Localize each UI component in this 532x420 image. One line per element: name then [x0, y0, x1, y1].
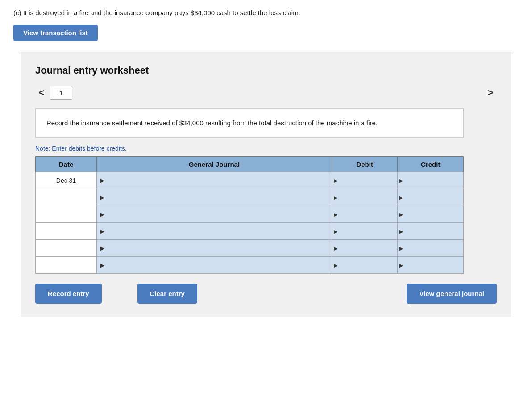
date-cell-4 [36, 223, 97, 240]
header-date: Date [36, 157, 97, 172]
table-row: ▶ ▶ ▶ [36, 223, 464, 240]
date-cell-1: Dec 31 [36, 172, 97, 189]
credit-input-1[interactable] [401, 177, 460, 184]
table-row: ▶ ▶ ▶ [36, 206, 464, 223]
credit-cell-1[interactable]: ▶ [398, 172, 464, 189]
gj-input-1[interactable] [106, 177, 328, 184]
debit-input-5[interactable] [336, 245, 394, 252]
instruction-box: Record the insurance settlement received… [35, 108, 464, 138]
gj-cell-3[interactable]: ▶ [97, 206, 332, 223]
prev-page-button[interactable]: < [35, 85, 48, 100]
record-entry-button[interactable]: Record entry [35, 284, 102, 304]
date-cell-3 [36, 206, 97, 223]
header-general-journal: General Journal [97, 157, 332, 172]
debit-cell-4[interactable]: ▶ [332, 223, 398, 240]
debit-input-4[interactable] [336, 228, 394, 235]
credit-arrow-icon-2: ▶ [399, 194, 403, 200]
credit-cell-4[interactable]: ▶ [398, 223, 464, 240]
view-transaction-button[interactable]: View transaction list [13, 25, 98, 41]
gj-arrow-icon-6: ▶ [100, 262, 104, 268]
next-page-button[interactable]: > [484, 85, 497, 100]
date-cell-2 [36, 189, 97, 206]
debit-cell-1[interactable]: ▶ [332, 172, 398, 189]
gj-cell-2[interactable]: ▶ [97, 189, 332, 206]
gj-cell-4[interactable]: ▶ [97, 223, 332, 240]
table-row: ▶ ▶ ▶ [36, 189, 464, 206]
button-row: Record entry Clear entry View general jo… [35, 284, 497, 304]
date-cell-5 [36, 240, 97, 257]
credit-arrow-icon-6: ▶ [399, 262, 403, 268]
debit-arrow-icon-3: ▶ [334, 211, 337, 217]
clear-entry-button[interactable]: Clear entry [137, 284, 197, 304]
debit-arrow-icon-5: ▶ [334, 245, 337, 251]
gj-arrow-icon-2: ▶ [100, 194, 104, 201]
gj-arrow-icon-3: ▶ [100, 211, 104, 218]
debit-arrow-icon-2: ▶ [334, 194, 337, 200]
worksheet-title: Journal entry worksheet [35, 65, 497, 76]
debit-arrow-icon-6: ▶ [334, 262, 337, 268]
credit-input-4[interactable] [401, 228, 460, 235]
table-row: Dec 31 ▶ ▶ ▶ [36, 172, 464, 189]
gj-cell-1[interactable]: ▶ [97, 172, 332, 189]
credit-input-3[interactable] [401, 211, 460, 218]
debit-input-1[interactable] [336, 177, 394, 184]
debit-arrow-icon-4: ▶ [334, 228, 337, 234]
page-number: 1 [50, 86, 72, 100]
debit-cell-6[interactable]: ▶ [332, 257, 398, 274]
gj-input-5[interactable] [106, 245, 328, 252]
instruction-text: Record the insurance settlement received… [46, 119, 378, 127]
debit-cell-2[interactable]: ▶ [332, 189, 398, 206]
header-credit: Credit [398, 157, 464, 172]
note-text: Note: Enter debits before credits. [35, 145, 497, 152]
debit-cell-5[interactable]: ▶ [332, 240, 398, 257]
gj-cell-6[interactable]: ▶ [97, 257, 332, 274]
gj-cell-5[interactable]: ▶ [97, 240, 332, 257]
credit-input-6[interactable] [401, 262, 460, 269]
gj-arrow-icon-5: ▶ [100, 245, 104, 251]
journal-table: Date General Journal Debit Credit Dec 31… [35, 156, 464, 274]
nav-row: < 1 > [35, 85, 497, 100]
debit-input-2[interactable] [336, 194, 394, 201]
credit-cell-6[interactable]: ▶ [398, 257, 464, 274]
gj-input-2[interactable] [106, 194, 328, 201]
view-general-journal-button[interactable]: View general journal [407, 284, 497, 304]
gj-arrow-icon-1: ▶ [100, 177, 104, 184]
credit-cell-2[interactable]: ▶ [398, 189, 464, 206]
credit-arrow-icon-1: ▶ [399, 177, 403, 183]
credit-arrow-icon-4: ▶ [399, 228, 403, 234]
intro-text: (c) It is destroyed in a fire and the in… [13, 9, 519, 16]
credit-input-2[interactable] [401, 194, 460, 201]
credit-arrow-icon-3: ▶ [399, 211, 403, 217]
table-row: ▶ ▶ ▶ [36, 240, 464, 257]
credit-cell-3[interactable]: ▶ [398, 206, 464, 223]
gj-arrow-icon-4: ▶ [100, 228, 104, 235]
credit-input-5[interactable] [401, 245, 460, 252]
gj-input-3[interactable] [106, 211, 328, 218]
date-cell-6 [36, 257, 97, 274]
debit-input-3[interactable] [336, 211, 394, 218]
table-row: ▶ ▶ ▶ [36, 257, 464, 274]
header-debit: Debit [332, 157, 398, 172]
worksheet-container: Journal entry worksheet < 1 > Record the… [21, 52, 511, 317]
gj-input-6[interactable] [106, 262, 328, 269]
credit-cell-5[interactable]: ▶ [398, 240, 464, 257]
debit-input-6[interactable] [336, 262, 394, 269]
debit-cell-3[interactable]: ▶ [332, 206, 398, 223]
credit-arrow-icon-5: ▶ [399, 245, 403, 251]
debit-arrow-icon-1: ▶ [334, 177, 337, 183]
gj-input-4[interactable] [106, 228, 328, 235]
